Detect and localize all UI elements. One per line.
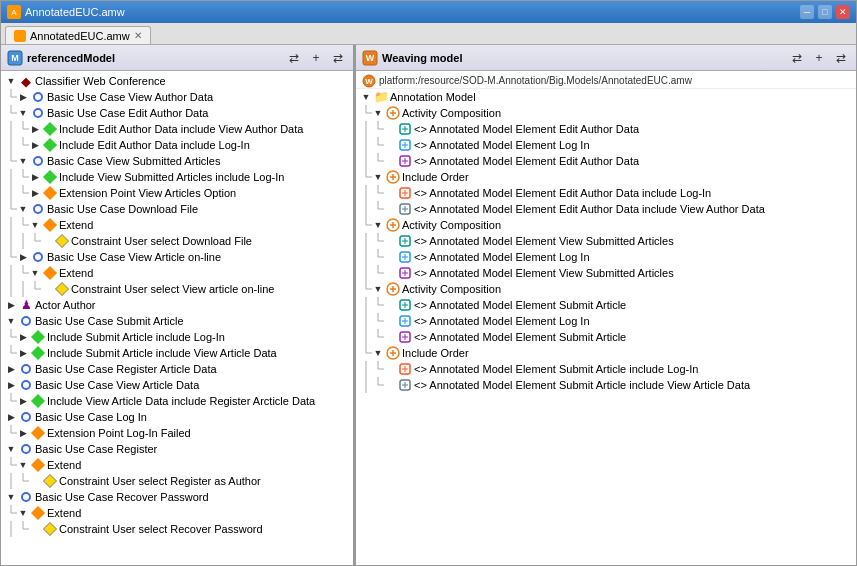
indent bbox=[17, 169, 29, 185]
tree-node[interactable]: ▼ Include Order bbox=[356, 169, 856, 185]
left-add-button[interactable]: + bbox=[307, 49, 325, 67]
expand-button[interactable]: ▶ bbox=[29, 139, 41, 151]
expand-button[interactable]: ▼ bbox=[29, 219, 41, 231]
tree-node[interactable]: ▼Extend bbox=[1, 505, 353, 521]
tree-node[interactable]: ▶Include View Article Data include Regis… bbox=[1, 393, 353, 409]
tree-node[interactable]: ▶Include Submit Article include Log-In bbox=[1, 329, 353, 345]
expand-button[interactable]: ▼ bbox=[17, 155, 29, 167]
expand-button[interactable]: ▼ bbox=[372, 107, 384, 119]
tree-node[interactable]: <> Annotated Model Element Edit Author D… bbox=[356, 121, 856, 137]
tree-node[interactable]: <> Annotated Model Element Edit Author D… bbox=[356, 153, 856, 169]
right-link-button[interactable]: ⇄ bbox=[832, 49, 850, 67]
tree-node[interactable]: <> Annotated Model Element View Submitte… bbox=[356, 233, 856, 249]
expand-button[interactable]: ▼ bbox=[372, 347, 384, 359]
tree-node[interactable]: ▶Include View Submitted Articles include… bbox=[1, 169, 353, 185]
maximize-button[interactable]: □ bbox=[818, 5, 832, 19]
tree-node[interactable]: Constraint User select Download File bbox=[1, 233, 353, 249]
tree-node[interactable]: ▼ Activity Composition bbox=[356, 105, 856, 121]
tab-bar: AnnotatedEUC.amw ✕ bbox=[1, 23, 856, 45]
tab-annotated[interactable]: AnnotatedEUC.amw ✕ bbox=[5, 26, 151, 44]
expand-button[interactable]: ▼ bbox=[372, 219, 384, 231]
expand-button[interactable]: ▶ bbox=[17, 395, 29, 407]
node-icon bbox=[43, 218, 57, 232]
expand-button[interactable]: ▼ bbox=[372, 283, 384, 295]
expand-button[interactable]: ▶ bbox=[17, 347, 29, 359]
tree-node[interactable]: Constraint User select View article on-l… bbox=[1, 281, 353, 297]
expand-button[interactable]: ▶ bbox=[5, 411, 17, 423]
expand-button[interactable]: ▶ bbox=[29, 187, 41, 199]
tree-node[interactable]: ▶Basic Use Case View Article on-line bbox=[1, 249, 353, 265]
expand-button[interactable]: ▶ bbox=[17, 251, 29, 263]
expand-button[interactable]: ▼ bbox=[5, 491, 17, 503]
expand-button[interactable]: ▶ bbox=[17, 91, 29, 103]
tree-node[interactable]: Constraint User select Recover Password bbox=[1, 521, 353, 537]
tree-node[interactable]: ▼ Include Order bbox=[356, 345, 856, 361]
tree-node[interactable]: ▼Basic Use Case Recover Password bbox=[1, 489, 353, 505]
tree-node[interactable]: <> Annotated Model Element Submit Articl… bbox=[356, 329, 856, 345]
tree-node[interactable]: ▶Include Edit Author Data include View A… bbox=[1, 121, 353, 137]
expand-button[interactable]: ▼ bbox=[17, 203, 29, 215]
tree-node[interactable]: ▼Extend bbox=[1, 265, 353, 281]
expand-button[interactable]: ▼ bbox=[372, 171, 384, 183]
expand-button[interactable]: ▼ bbox=[17, 107, 29, 119]
expand-button[interactable]: ▶ bbox=[5, 379, 17, 391]
tree-node[interactable]: <> Annotated Model Element Log In bbox=[356, 313, 856, 329]
expand-button[interactable]: ▶ bbox=[17, 427, 29, 439]
expand-button[interactable]: ▶ bbox=[5, 299, 17, 311]
tab-close-icon[interactable]: ✕ bbox=[134, 30, 142, 41]
tree-node[interactable]: ▼Basic Use Case Edit Author Data bbox=[1, 105, 353, 121]
tree-node[interactable]: <> Annotated Model Element Log In bbox=[356, 249, 856, 265]
tree-node[interactable]: ▶Include Edit Author Data include Log-In bbox=[1, 137, 353, 153]
right-add-button[interactable]: + bbox=[810, 49, 828, 67]
tree-node[interactable]: ▼ Activity Composition bbox=[356, 217, 856, 233]
tree-node[interactable]: <> Annotated Model Element View Submitte… bbox=[356, 265, 856, 281]
tree-node[interactable]: ▼Basic Use Case Submit Article bbox=[1, 313, 353, 329]
tree-node[interactable]: ▶Extension Point View Articles Option bbox=[1, 185, 353, 201]
expand-button[interactable]: ▼ bbox=[29, 267, 41, 279]
tree-node[interactable]: ▶♟Actor Author bbox=[1, 297, 353, 313]
tree-node[interactable]: ▼Basic Use Case Download File bbox=[1, 201, 353, 217]
tree-node[interactable]: ▶Include Submit Article include View Art… bbox=[1, 345, 353, 361]
expand-button[interactable]: ▶ bbox=[29, 123, 41, 135]
tree-node[interactable]: <> Annotated Model Element Submit Articl… bbox=[356, 297, 856, 313]
expand-button[interactable]: ▼ bbox=[17, 507, 29, 519]
expand-button[interactable]: ▼ bbox=[5, 443, 17, 455]
right-sync-button[interactable]: ⇄ bbox=[788, 49, 806, 67]
tree-node[interactable]: ▶Basic Use Case Register Article Data bbox=[1, 361, 353, 377]
node-icon bbox=[398, 378, 412, 392]
tree-node[interactable]: ▼Basic Case View Submitted Articles bbox=[1, 153, 353, 169]
tree-node[interactable]: ▶Basic Use Case View Author Data bbox=[1, 89, 353, 105]
expand-button[interactable]: ▼ bbox=[360, 91, 372, 103]
expand-button[interactable]: ▶ bbox=[29, 171, 41, 183]
tree-node[interactable]: ▼Extend bbox=[1, 457, 353, 473]
tree-node[interactable]: ▼📁Annotation Model bbox=[356, 89, 856, 105]
close-button[interactable]: ✕ bbox=[836, 5, 850, 19]
tree-node[interactable]: <> Annotated Model Element Edit Author D… bbox=[356, 185, 856, 201]
tree-node[interactable]: <> Annotated Model Element Submit Articl… bbox=[356, 361, 856, 377]
indent bbox=[17, 473, 29, 489]
left-link-button[interactable]: ⇄ bbox=[329, 49, 347, 67]
tree-node[interactable]: ▼Extend bbox=[1, 217, 353, 233]
tree-node[interactable]: <> Annotated Model Element Submit Articl… bbox=[356, 377, 856, 393]
indent bbox=[372, 377, 384, 393]
tree-node[interactable]: ▼ Activity Composition bbox=[356, 281, 856, 297]
tree-node[interactable]: ▼Basic Use Case Register bbox=[1, 441, 353, 457]
tree-node[interactable]: ▶Extension Point Log-In Failed bbox=[1, 425, 353, 441]
tree-node[interactable]: ▶Basic Use Case View Article Data bbox=[1, 377, 353, 393]
left-sync-button[interactable]: ⇄ bbox=[285, 49, 303, 67]
expand-button[interactable]: ▼ bbox=[17, 459, 29, 471]
tree-node[interactable]: ▶Basic Use Case Log In bbox=[1, 409, 353, 425]
right-tree[interactable]: Wplatform:/resource/SOD-M.Annotation/Big… bbox=[356, 71, 856, 565]
expand-button[interactable]: ▶ bbox=[5, 363, 17, 375]
expand-button[interactable]: ▼ bbox=[5, 75, 17, 87]
tree-node[interactable]: <> Annotated Model Element Edit Author D… bbox=[356, 201, 856, 217]
tree-node[interactable]: <> Annotated Model Element Log In bbox=[356, 137, 856, 153]
tree-node[interactable]: Constraint User select Register as Autho… bbox=[1, 473, 353, 489]
expand-button[interactable]: ▶ bbox=[17, 331, 29, 343]
left-tree[interactable]: ▼◆Classifier Web Conference▶Basic Use Ca… bbox=[1, 71, 353, 565]
node-icon bbox=[19, 410, 33, 424]
tree-node[interactable]: ▼◆Classifier Web Conference bbox=[1, 73, 353, 89]
indent bbox=[360, 345, 372, 361]
expand-button[interactable]: ▼ bbox=[5, 315, 17, 327]
minimize-button[interactable]: ─ bbox=[800, 5, 814, 19]
